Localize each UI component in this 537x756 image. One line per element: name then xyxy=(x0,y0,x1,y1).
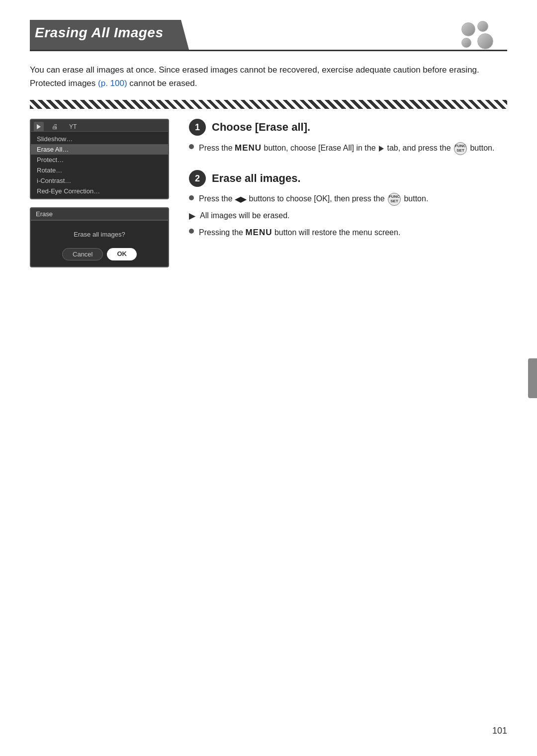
step-2-section: 2 Erase all images. Press the ◀▶ buttons… xyxy=(189,170,507,239)
page-reference-link[interactable]: (p. 100) xyxy=(98,79,127,88)
arrow-right-icon: ▶ xyxy=(189,210,195,222)
page-header: Erasing All Images xyxy=(30,20,507,51)
menu-item-redeye: Red-Eye Correction… xyxy=(31,186,168,196)
right-column: 1 Choose [Erase all]. Press the MENU but… xyxy=(189,119,507,267)
page-number: 101 xyxy=(492,726,507,736)
dialog-buttons: Cancel OK xyxy=(37,248,162,260)
dialog-message: Erase all images? xyxy=(37,231,162,238)
step-1-number: 1 xyxy=(189,119,206,136)
step-2-text-1: Press the ◀▶ buttons to choose [OK], the… xyxy=(199,193,428,206)
bullet-dot-icon xyxy=(189,144,194,149)
step-2-bullet-1: Press the ◀▶ buttons to choose [OK], the… xyxy=(189,193,507,206)
left-column: 🖨 YT Slideshow… Erase All… Protect… Rota… xyxy=(30,119,169,267)
menu-bold-text-2: MENU xyxy=(245,228,272,237)
camera-tabs: 🖨 YT xyxy=(31,120,168,132)
dialog-body: Erase all images? Cancel OK xyxy=(31,221,168,266)
play-icon xyxy=(379,146,384,152)
step-2-number: 2 xyxy=(189,170,206,187)
step-1-instructions: Press the MENU button, choose [Erase All… xyxy=(189,142,507,155)
camera-tab-print: 🖨 xyxy=(49,122,61,131)
bullet-dot-icon-3 xyxy=(189,229,194,234)
menu-item-rotate: Rotate… xyxy=(31,165,168,175)
print-icon: 🖨 xyxy=(52,123,58,130)
step-2-title: Erase all images. xyxy=(212,172,301,185)
page-title: Erasing All Images xyxy=(35,25,164,40)
step-2-text-3: Pressing the MENU button will restore th… xyxy=(199,226,400,239)
menu-bold-text: MENU xyxy=(235,143,262,153)
menu-item-erase-all: Erase All… xyxy=(31,144,168,155)
right-arrow-icon: ▶ xyxy=(241,195,247,203)
step-2-instructions: Press the ◀▶ buttons to choose [OK], the… xyxy=(189,193,507,239)
menu-item-icontrast: i-Contrast… xyxy=(31,175,168,186)
intro-text-1: You can erase all images at once. Since … xyxy=(30,65,479,88)
menu-item-protect: Protect… xyxy=(31,155,168,165)
camera-menu-screen: 🖨 YT Slideshow… Erase All… Protect… Rota… xyxy=(30,119,169,199)
step-1-bullet-1: Press the MENU button, choose [Erase All… xyxy=(189,142,507,155)
side-tab xyxy=(528,358,537,398)
intro-paragraph: You can erase all images at once. Since … xyxy=(30,63,507,90)
step-1-header: 1 Choose [Erase all]. xyxy=(189,119,507,136)
left-arrow-icon: ◀ xyxy=(235,195,241,203)
camera-tab-settings: YT xyxy=(66,122,80,131)
main-content: 🖨 YT Slideshow… Erase All… Protect… Rota… xyxy=(30,119,507,267)
intro-text-2: cannot be erased. xyxy=(127,79,197,88)
step-1-title: Choose [Erase all]. xyxy=(212,121,310,134)
func-set-button-icon-2: FUNCSET xyxy=(388,193,401,206)
func-set-button-icon: FUNCSET xyxy=(454,142,467,155)
step-2-bullet-3: Pressing the MENU button will restore th… xyxy=(189,226,507,239)
camera-menu-list: Slideshow… Erase All… Protect… Rotate… i… xyxy=(31,132,168,198)
dialog-title: Erase xyxy=(31,208,168,220)
settings-tab-label: YT xyxy=(69,123,77,130)
ok-button[interactable]: OK xyxy=(107,248,137,260)
step-1-section: 1 Choose [Erase all]. Press the MENU but… xyxy=(189,119,507,155)
step-2-bullet-2: ▶ All images will be erased. xyxy=(189,210,507,222)
step-2-text-2: All images will be erased. xyxy=(200,210,290,222)
step-1-text: Press the MENU button, choose [Erase All… xyxy=(199,142,494,155)
func-btn-inner: FUNCSET xyxy=(454,143,466,155)
cancel-button[interactable]: Cancel xyxy=(62,248,103,260)
camera-tab-play xyxy=(34,122,44,131)
menu-item-slideshow: Slideshow… xyxy=(31,134,168,144)
header-title-block: Erasing All Images xyxy=(30,20,189,50)
header-decoration xyxy=(448,20,507,50)
stripe-divider xyxy=(30,100,507,109)
bullet-dot-icon-2 xyxy=(189,195,194,200)
func-btn-inner-2: FUNCSET xyxy=(388,193,400,205)
play-tab-icon xyxy=(37,124,41,129)
step-2-header: 2 Erase all images. xyxy=(189,170,507,187)
erase-dialog: Erase Erase all images? Cancel OK xyxy=(30,207,169,267)
